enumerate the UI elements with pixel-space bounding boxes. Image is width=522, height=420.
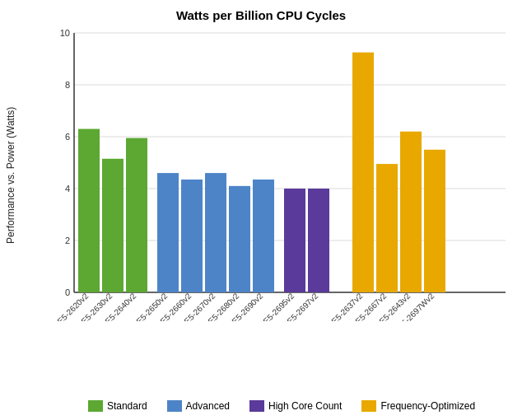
bar-E5-2680v2 bbox=[229, 186, 250, 292]
svg-text:0: 0 bbox=[65, 287, 70, 297]
legend-item: Frequency-Optimized bbox=[361, 400, 475, 412]
chart-container: Watts per Billion CPU Cycles Performance… bbox=[0, 0, 522, 420]
svg-text:4: 4 bbox=[65, 184, 70, 194]
bar-E5-2640v2 bbox=[126, 138, 147, 292]
legend: StandardAdvancedHigh Core CountFrequency… bbox=[49, 400, 514, 412]
svg-text:8: 8 bbox=[65, 80, 70, 90]
bar-E5-2690v2 bbox=[253, 180, 274, 292]
bar-E5-2670v2 bbox=[205, 173, 226, 292]
y-axis-label: Performance vs. Power (Watts) bbox=[5, 29, 16, 321]
legend-label: Standard bbox=[107, 400, 147, 412]
legend-item: Standard bbox=[88, 400, 147, 412]
svg-text:6: 6 bbox=[65, 132, 70, 142]
bar-E5-2620v2 bbox=[78, 129, 100, 292]
bar-E5-2637v2 bbox=[352, 53, 374, 292]
legend-item: High Core Count bbox=[249, 400, 342, 412]
bar-E5-2667v2 bbox=[376, 164, 398, 292]
legend-label: Frequency-Optimized bbox=[380, 400, 475, 412]
legend-color-box bbox=[361, 400, 376, 412]
chart-title: Watts per Billion CPU Cycles bbox=[0, 0, 522, 26]
bar-E5-2697v2 bbox=[308, 189, 329, 292]
legend-label: High Core Count bbox=[268, 400, 342, 412]
svg-text:2: 2 bbox=[65, 236, 70, 245]
legend-color-box bbox=[249, 400, 264, 412]
bar-E5-2660v2 bbox=[181, 180, 203, 292]
legend-item: Advanced bbox=[167, 400, 230, 412]
legend-color-box bbox=[167, 400, 182, 412]
bar-E5-2630v2 bbox=[102, 159, 124, 292]
bar-E5-2650v2 bbox=[157, 173, 179, 292]
legend-label: Advanced bbox=[186, 400, 230, 412]
bar-E5-2643v2 bbox=[400, 132, 422, 292]
svg-text:10: 10 bbox=[60, 29, 70, 38]
bar-E5-2697Wv2 bbox=[424, 150, 445, 292]
legend-color-box bbox=[88, 400, 103, 412]
bar-E5-2695v2 bbox=[284, 189, 305, 292]
chart-svg: 0246810E5-2620v2E5-2630v2E5-2640v2E5-265… bbox=[49, 29, 514, 321]
